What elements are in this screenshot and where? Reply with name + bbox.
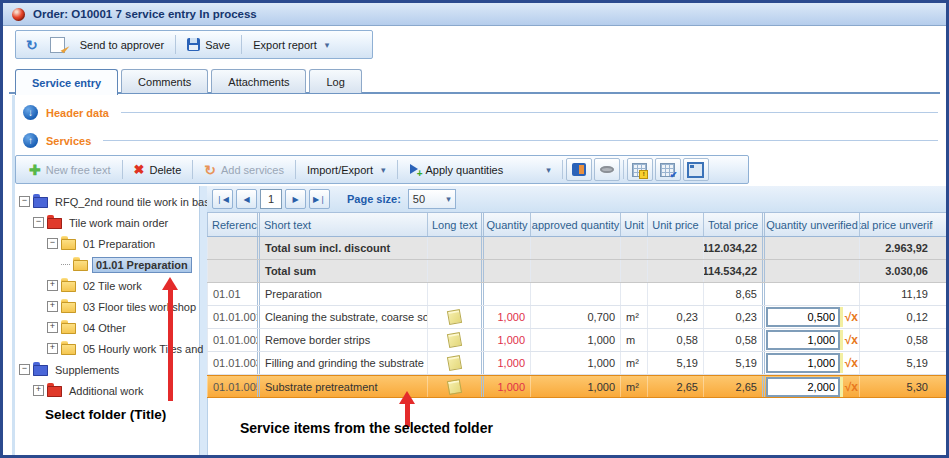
column-header-long-text[interactable]: Long text xyxy=(427,213,481,236)
long-text-note-icon[interactable] xyxy=(447,378,462,394)
expand-node-icon[interactable]: + xyxy=(33,385,44,396)
column-header-total-price[interactable]: Total price xyxy=(703,213,762,236)
tree-item-01-01-preparation[interactable]: 01.01 Preparation xyxy=(17,254,197,275)
column-settings-button[interactable] xyxy=(566,158,592,181)
table-row-item[interactable]: 01.01.0030Filling and grinding the subst… xyxy=(207,352,946,375)
edit-button[interactable] xyxy=(44,34,71,55)
column-header-approved-quantity[interactable]: approved quantity xyxy=(530,213,620,236)
toolbar-separator xyxy=(122,160,123,179)
services-label[interactable]: Services xyxy=(46,135,91,147)
table-row-total[interactable]: Total sum114.534,223.030,06 xyxy=(207,260,946,283)
expand-node-icon[interactable]: + xyxy=(47,280,58,291)
page-size-select[interactable]: 50 ▾ xyxy=(408,189,456,209)
collapse-node-icon[interactable]: − xyxy=(33,217,44,228)
column-header-total-price-unverified[interactable]: Total price unverified xyxy=(859,213,933,236)
new-free-text-button[interactable]: ✚ New free text xyxy=(20,159,120,180)
tab-comments[interactable]: Comments xyxy=(121,69,208,93)
folder-icon xyxy=(47,386,62,397)
quantity-unverified-input[interactable] xyxy=(766,353,840,373)
expand-node-icon[interactable]: + xyxy=(47,322,58,333)
tree-item-tile-work-main-order[interactable]: −Tile work main order xyxy=(17,212,197,233)
apply-quantities-icon xyxy=(409,163,421,176)
save-label: Save xyxy=(205,39,230,51)
column-header-reference[interactable]: Reference xyxy=(207,213,257,236)
column-header-unit-price[interactable]: Unit price xyxy=(647,213,703,236)
apply-formula-icon[interactable]: √x xyxy=(845,356,858,370)
export-report-button[interactable]: Export report ▾ xyxy=(244,34,338,55)
long-text-note-icon[interactable] xyxy=(447,332,462,348)
modified-marker xyxy=(840,330,843,350)
chevron-down-icon: ▾ xyxy=(546,165,551,175)
page-number-input[interactable]: 1 xyxy=(260,189,282,209)
send-to-approver-button[interactable]: Send to approver xyxy=(71,34,173,55)
table-row-item[interactable]: 01.01.0020Remove border strips1,0001,000… xyxy=(207,329,946,352)
collapse-arrow-icon[interactable]: ↓ xyxy=(23,105,38,120)
table-row-total[interactable]: Total sum incl. discount112.034,222.963,… xyxy=(207,237,946,260)
column-header-quantity[interactable]: Quantity xyxy=(481,213,530,236)
expand-node-icon[interactable]: + xyxy=(47,343,58,354)
column-header-unit[interactable]: Unit xyxy=(620,213,647,236)
quantity-unverified-input[interactable] xyxy=(766,307,840,327)
tree-item-rfq-2nd-round-tile-work-in-base[interactable]: −RFQ_2nd round tile work in base xyxy=(17,191,197,212)
apply-formula-icon[interactable]: √x xyxy=(845,380,858,394)
delete-button[interactable]: ✖ Delete xyxy=(125,159,191,180)
quantity-unverified-input[interactable] xyxy=(766,330,840,350)
tab-attachments[interactable]: Attachments xyxy=(211,69,306,93)
expand-node-icon[interactable]: + xyxy=(47,301,58,312)
import-export-button[interactable]: Import/Export ▾ xyxy=(298,159,395,180)
tab-service-entry[interactable]: Service entry xyxy=(15,69,118,95)
add-services-label: Add services xyxy=(221,164,284,176)
section-divider xyxy=(121,112,938,113)
long-text-note-icon[interactable] xyxy=(447,309,462,325)
apply-formula-icon[interactable]: √x xyxy=(845,310,858,324)
table-row-group[interactable]: 01.01Preparation8,6511,19 xyxy=(207,283,946,306)
cell-quantity: 1,000 xyxy=(481,329,530,351)
annotation-arrow-tree xyxy=(168,289,173,401)
tree-item-label: 04 Other xyxy=(80,321,129,335)
toolbar-separator xyxy=(562,160,563,179)
tree-item-01-preparation[interactable]: −01 Preparation xyxy=(17,233,197,254)
cell-reference xyxy=(207,237,257,259)
save-icon xyxy=(187,38,200,51)
quantity-unverified-input[interactable] xyxy=(766,377,840,397)
collapse-node-icon[interactable]: − xyxy=(19,364,30,375)
cell-quantity-unverified: √x xyxy=(762,306,859,328)
new-free-text-label: New free text xyxy=(46,164,111,176)
expand-arrow-icon[interactable]: ↑ xyxy=(23,133,38,148)
cell-quantity-unverified: √x xyxy=(762,376,859,397)
last-page-button[interactable]: ▶❘ xyxy=(309,189,330,209)
recalculate-button[interactable] xyxy=(627,158,653,181)
cell-short-text: Preparation xyxy=(257,283,427,305)
calculator-warning-icon xyxy=(632,163,647,177)
apply-quantities-button[interactable]: Apply quantities ▾ xyxy=(400,159,560,180)
add-services-button[interactable]: ↻ Add services xyxy=(195,159,293,180)
save-button[interactable]: Save xyxy=(178,34,239,55)
header-data-label[interactable]: Header data xyxy=(46,107,109,119)
collapse-node-icon[interactable]: − xyxy=(19,196,30,207)
cell-long-text xyxy=(427,237,481,259)
column-header-short-text[interactable]: Short text xyxy=(257,213,427,236)
cell-total-price: 5,19 xyxy=(703,352,762,374)
tab-log[interactable]: Log xyxy=(309,69,361,93)
cell-total-price: 2,65 xyxy=(703,376,762,397)
next-page-button[interactable]: ▶ xyxy=(285,189,306,209)
first-page-button[interactable]: ❘◀ xyxy=(212,189,233,209)
collapse-node-icon[interactable]: − xyxy=(47,238,58,249)
delete-icon: ✖ xyxy=(134,163,145,176)
cell-quantity xyxy=(481,283,530,305)
column-header-quantity-unverified[interactable]: Quantity unverified xyxy=(762,213,859,236)
apply-formula-icon[interactable]: √x xyxy=(845,333,858,347)
cell-approved-quantity xyxy=(530,260,620,282)
layout-button[interactable] xyxy=(683,158,709,181)
validate-table-button[interactable] xyxy=(655,158,681,181)
table-row-item[interactable]: 01.01.0010Cleaning the substrate, coarse… xyxy=(207,306,946,329)
long-text-note-icon[interactable] xyxy=(447,355,462,371)
toolbar-separator xyxy=(295,160,296,179)
prev-page-button[interactable]: ◀ xyxy=(236,189,257,209)
modified-marker xyxy=(840,353,843,373)
table-row-item[interactable]: 01.01.0050Substrate pretreatment1,0001,0… xyxy=(207,375,946,398)
preview-button[interactable] xyxy=(594,158,620,181)
refresh-button[interactable]: ↻ xyxy=(20,34,44,55)
chevron-down-icon: ▾ xyxy=(325,40,330,50)
main-toolbar: ↻ Send to approver Save Export report ▾ xyxy=(15,30,373,59)
